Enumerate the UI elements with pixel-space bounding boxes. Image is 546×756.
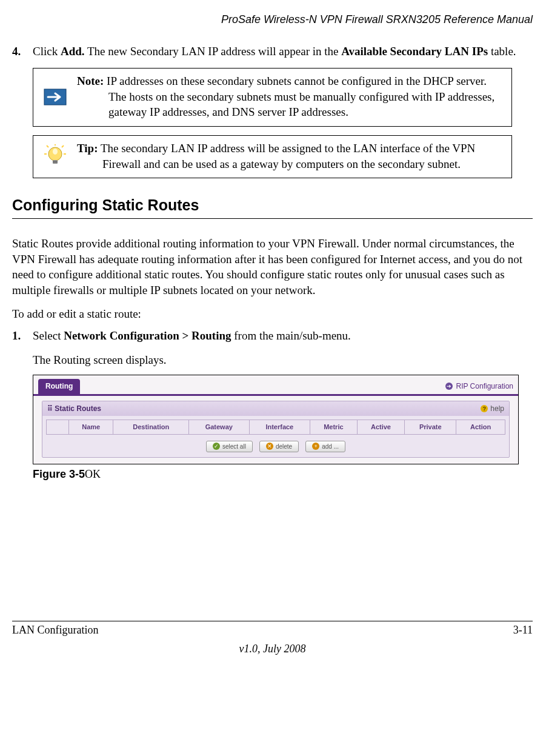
step-4-text-post: table. bbox=[488, 45, 516, 58]
select-all-button[interactable]: ✓ select all bbox=[206, 441, 253, 453]
step-4-bold-table: Available Secondary LAN IPs bbox=[341, 45, 488, 58]
col-interface: Interface bbox=[249, 420, 310, 434]
plus-icon: + bbox=[312, 443, 319, 450]
footer-version: v1.0, July 2008 bbox=[12, 641, 533, 656]
doc-header: ProSafe Wireless-N VPN Firewall SRXN3205… bbox=[12, 12, 533, 27]
note-label: Note: bbox=[77, 75, 104, 87]
rip-configuration-link[interactable]: ➔ RIP Configuration bbox=[445, 381, 514, 393]
tip-text-cell: Tip: The secondary LAN IP address will b… bbox=[77, 136, 511, 178]
step-4-number: 4. bbox=[12, 44, 33, 59]
delete-icon: ✕ bbox=[266, 443, 273, 450]
figure-label: Figure 3-5 bbox=[33, 468, 85, 480]
col-private: Private bbox=[405, 420, 456, 434]
tip-callout: Tip: The secondary LAN IP address will b… bbox=[33, 135, 512, 178]
col-checkbox bbox=[47, 420, 69, 434]
note-text-cell: Note: IP addresses on these secondary su… bbox=[77, 69, 511, 126]
note-text: IP addresses on these secondary subnets … bbox=[104, 75, 494, 118]
section-heading: Configuring Static Routes bbox=[12, 195, 533, 219]
note-callout: Note: IP addresses on these secondary su… bbox=[33, 68, 512, 127]
tab-bar: Routing ➔ RIP Configuration bbox=[33, 375, 518, 395]
routing-screenshot: Routing ➔ RIP Configuration ⠿ Static Rou… bbox=[33, 375, 519, 464]
add-edit-lead: To add or edit a static route: bbox=[12, 306, 533, 322]
tip-lightbulb-icon bbox=[33, 136, 77, 178]
col-gateway: Gateway bbox=[189, 420, 250, 434]
arrow-right-icon: ➔ bbox=[445, 383, 453, 390]
step-4-text-pre: Click bbox=[33, 45, 61, 58]
col-destination: Destination bbox=[113, 420, 189, 434]
delete-label: delete bbox=[276, 443, 292, 451]
help-label: help bbox=[490, 404, 504, 413]
rip-link-label: RIP Configuration bbox=[456, 381, 514, 391]
figure-caption: Figure 3-5OK bbox=[33, 467, 533, 481]
svg-point-2 bbox=[53, 149, 58, 155]
panel-header: ⠿ Static Routes ? help bbox=[42, 401, 509, 416]
step-1-bold-path: Network Configuration > Routing bbox=[64, 329, 231, 342]
add-label: add ... bbox=[322, 443, 339, 451]
tip-text: The secondary LAN IP address will be ass… bbox=[98, 142, 476, 170]
static-routes-paragraph: Static Routes provide additional routing… bbox=[12, 236, 533, 298]
routing-screen-displays: The Routing screen displays. bbox=[33, 352, 533, 368]
figure-suffix: OK bbox=[85, 468, 101, 480]
step-4-bold-add: Add. bbox=[61, 45, 85, 58]
page-footer: LAN Configuration 3-11 bbox=[12, 621, 533, 637]
note-arrow-icon bbox=[33, 69, 77, 126]
col-active: Active bbox=[357, 420, 405, 434]
delete-button[interactable]: ✕ delete bbox=[259, 441, 299, 453]
help-icon: ? bbox=[481, 405, 488, 412]
step-4: 4. Click Add. The new Secondary LAN IP a… bbox=[12, 44, 533, 59]
static-routes-table: Name Destination Gateway Interface Metri… bbox=[46, 420, 505, 435]
step-4-text-mid: The new Secondary LAN IP address will ap… bbox=[85, 45, 342, 58]
step-1-text-pre: Select bbox=[33, 329, 64, 342]
col-action: Action bbox=[456, 420, 505, 434]
footer-left: LAN Configuration bbox=[12, 623, 98, 637]
step-1-body: Select Network Configuration > Routing f… bbox=[33, 328, 533, 344]
step-1-text-post: from the main/sub-menu. bbox=[231, 329, 351, 342]
col-metric: Metric bbox=[310, 420, 358, 434]
step-4-body: Click Add. The new Secondary LAN IP addr… bbox=[33, 44, 533, 59]
add-button[interactable]: + add ... bbox=[305, 441, 345, 453]
col-name: Name bbox=[69, 420, 113, 434]
tab-routing[interactable]: Routing bbox=[38, 379, 80, 393]
static-routes-panel: ⠿ Static Routes ? help Name Destination … bbox=[42, 401, 510, 458]
step-1-number: 1. bbox=[12, 328, 33, 344]
table-header-row: Name Destination Gateway Interface Metri… bbox=[47, 420, 505, 434]
help-link[interactable]: ? help bbox=[481, 404, 504, 413]
footer-right: 3-11 bbox=[513, 623, 533, 637]
tip-label: Tip: bbox=[77, 142, 98, 155]
table-buttons: ✓ select all ✕ delete + add ... bbox=[42, 438, 509, 458]
step-1: 1. Select Network Configuration > Routin… bbox=[12, 328, 533, 344]
panel-title: Static Routes bbox=[55, 404, 101, 413]
select-all-label: select all bbox=[222, 443, 246, 451]
check-icon: ✓ bbox=[213, 443, 220, 450]
